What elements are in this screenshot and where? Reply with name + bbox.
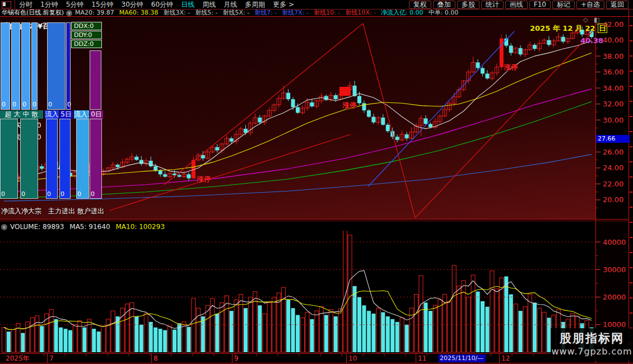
funds-bar xyxy=(11,22,20,110)
dd-indicator-box: DDZ:0 xyxy=(71,40,102,48)
menu-item-60分钟[interactable]: 60分钟 xyxy=(147,0,177,10)
volume-values: VOLUME: 89893MA5: 91640MA10: 100293 xyxy=(10,223,170,231)
toolbar-button-返回[interactable]: 返回 xyxy=(606,1,629,9)
top-menu-bar: 分时1分钟5分钟15分钟30分钟60分钟日线周线月线多周期更多 > 复权叠加多股… xyxy=(0,0,633,10)
menu-item-多周期[interactable]: 多周期 xyxy=(241,0,269,10)
toolbar-button-画线[interactable]: 画线 xyxy=(505,1,528,9)
funds-bar xyxy=(46,119,58,199)
funds-bar-value: 0 xyxy=(1,190,5,198)
right-ruler-strip[interactable] xyxy=(629,10,633,364)
indicator-value: 净流入亿: 0.00 xyxy=(381,10,423,16)
funds-bar-value: 0 xyxy=(77,190,81,198)
indicator-values: MA20: 39.87MA60: 38.38射线3X: -射线5: -射线5X:… xyxy=(75,10,463,16)
price-axis-label: 30.00 xyxy=(603,116,623,124)
split-panel-icon[interactable]: ◧ xyxy=(594,17,599,23)
volume-value: VOLUME: 89893 xyxy=(10,223,64,231)
toolbar-button-统计[interactable]: 统计 xyxy=(481,1,504,9)
funds-label-5日: 5日 xyxy=(59,110,73,119)
window-icon[interactable] xyxy=(2,1,11,8)
limit-up-label: 涨停 xyxy=(504,63,518,72)
watermark: 股朋指标网 www.7gpzb.com xyxy=(551,328,633,361)
funds-bar-value: 0 xyxy=(48,101,52,108)
toolbar-button-F10[interactable]: F10 xyxy=(529,1,551,9)
funds-label-流入: 流入 xyxy=(45,110,59,119)
volume-axis-label: 10000 xyxy=(603,321,626,328)
price-axis-label: 36.00 xyxy=(603,68,623,76)
indicator-value: 射线7: - xyxy=(254,10,277,16)
dd-indicator-box: DDY:0 xyxy=(71,31,102,39)
dd-indicator-box: DDX:0 xyxy=(71,22,102,30)
diamond-icon[interactable]: ◇ xyxy=(583,17,588,23)
funds-bar-purple xyxy=(90,50,101,110)
price-axis-label: 22.00 xyxy=(603,180,623,188)
funds-bar-value: 0 xyxy=(21,190,25,198)
month-label-11: 11 xyxy=(418,355,426,362)
funds-bar-value: 0 xyxy=(60,190,64,198)
funds-bar xyxy=(21,22,30,110)
indicator-value: 射线5X: - xyxy=(222,10,249,16)
funds-bar-value: 0 xyxy=(22,101,26,108)
price-axis-label: 20.00 xyxy=(603,196,623,203)
limit-up-label: 涨停 xyxy=(197,175,211,184)
indicator-value: 射线10: - xyxy=(314,10,340,16)
menu-item-30分钟[interactable]: 30分钟 xyxy=(118,0,147,10)
toolbar-button-标记[interactable]: 标记 xyxy=(552,1,575,9)
toolbar-button-叠加[interactable]: 叠加 xyxy=(433,1,455,9)
funds-bar-value: 0 xyxy=(67,101,71,108)
year-label: 2025年 xyxy=(6,355,30,362)
volume-value: MA5: 91640 xyxy=(69,223,110,231)
funds-bar xyxy=(66,22,71,110)
month-label-9: 9 xyxy=(234,355,239,362)
menu-item-5分钟[interactable]: 5分钟 xyxy=(62,0,88,10)
indicator-value: MA60: 38.38 xyxy=(119,10,159,16)
menu-item-月线[interactable]: 月线 xyxy=(220,0,241,10)
funds-bar xyxy=(0,119,18,199)
funds-bar-value: 0 xyxy=(2,101,6,108)
indicator-value: 射线3X: - xyxy=(164,10,190,16)
menu-item-周线[interactable]: 周线 xyxy=(198,0,220,10)
volume-axis-label: 30000 xyxy=(603,266,626,273)
month-label-10: 10 xyxy=(348,355,357,362)
volume-chart[interactable] xyxy=(0,221,595,354)
funds-label-0日: 0日 xyxy=(90,110,103,119)
indicator-value: 射线10X: - xyxy=(345,10,376,16)
price-axis-label: 26.00 xyxy=(603,148,623,156)
watermark-site-name: 股朋指标网 xyxy=(551,330,633,346)
funds-bar xyxy=(59,119,71,199)
menu-item-1分钟[interactable]: 1分钟 xyxy=(36,0,62,10)
indicator-value: 中单: 0.00 xyxy=(429,10,459,16)
funds-bar-value: 0 xyxy=(12,101,16,108)
funds-label-超 大 中 散: 超 大 中 散 xyxy=(0,110,43,119)
last-price-label: 40.38 xyxy=(580,36,603,45)
menu-item-15分钟[interactable]: 15分钟 xyxy=(87,0,117,10)
volume-axis-label: 20000 xyxy=(603,293,626,301)
chevron-down-icon[interactable]: ∨ xyxy=(66,10,72,16)
tdx-app-window: 分时1分钟5分钟15分钟30分钟60分钟日线周线月线多周期更多 > 复权叠加多股… xyxy=(0,0,633,364)
funds-bar xyxy=(1,22,10,110)
menu-item-分时[interactable]: 分时 xyxy=(15,0,36,10)
selected-date-chip: 2025/11/10/— xyxy=(439,354,486,362)
price-axis-label: 40.00 xyxy=(603,36,623,44)
menu-item-更多 >[interactable]: 更多 > xyxy=(269,0,298,10)
funds-bar xyxy=(90,119,102,199)
stock-title: 华锡有色(日线.前复权) xyxy=(2,10,64,16)
funds-bar xyxy=(47,22,66,110)
toolbar-button-+自选[interactable]: +自选 xyxy=(576,1,604,9)
funds-label-流入1: 流入1 xyxy=(74,110,89,119)
volume-header: ∨ VOLUME: 89893MA5: 91640MA10: 100293 xyxy=(1,223,170,231)
price-axis-label: 42.00 xyxy=(603,21,623,28)
funds-bottom-label-主力进出: 主力进出 xyxy=(48,207,75,216)
indicator-value: 射线7X: - xyxy=(282,10,309,16)
watermark-url: www.7gpzb.com xyxy=(551,346,633,357)
funds-bottom-label-散户进出: 散户进出 xyxy=(77,207,104,216)
month-label-7: 7 xyxy=(49,355,54,362)
toolbar-button-多股[interactable]: 多股 xyxy=(457,1,480,9)
month-label-8: 8 xyxy=(153,355,158,362)
menu-item-日线[interactable]: 日线 xyxy=(177,0,198,10)
funds-bar-value: 0 xyxy=(91,190,95,198)
funds-bottom-label-净流入净大宗: 净流入净大宗 xyxy=(1,207,41,216)
price-axis-label: 24.00 xyxy=(603,164,623,171)
chevron-down-icon[interactable]: ∨ xyxy=(1,224,7,230)
volume-value: MA10: 100293 xyxy=(116,223,165,231)
toolbar-button-复权[interactable]: 复权 xyxy=(409,1,431,9)
